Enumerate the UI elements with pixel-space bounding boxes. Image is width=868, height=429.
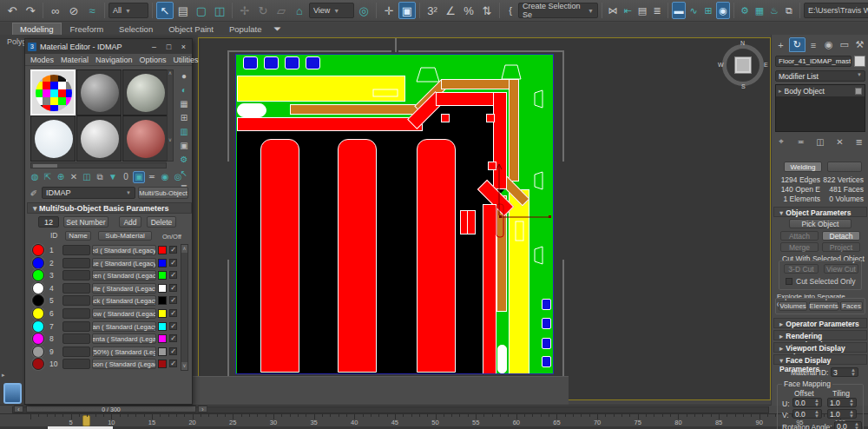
redo-icon[interactable]: ↷ bbox=[22, 2, 39, 19]
material-type-button[interactable]: Multi/Sub-Object bbox=[138, 187, 188, 199]
make-copy-icon[interactable]: ◫ bbox=[81, 171, 93, 183]
minimize-icon[interactable]: – bbox=[148, 43, 160, 51]
material-id-spinner[interactable]: 3▲▼ bbox=[831, 367, 858, 377]
sub-material-scrollbar[interactable]: ∧ ∨ bbox=[181, 244, 188, 371]
v-offset-spinner[interactable]: 0.0▲▼ bbox=[792, 409, 822, 419]
merge-button[interactable]: Merge bbox=[780, 242, 819, 252]
tab-motion-icon[interactable]: ◉ bbox=[821, 37, 836, 52]
sub-material-name-field[interactable] bbox=[62, 258, 90, 268]
sub-material-color-swatch[interactable] bbox=[158, 309, 167, 318]
material-color-dot[interactable] bbox=[32, 346, 44, 358]
material-color-dot[interactable] bbox=[32, 282, 44, 294]
floor-plan-geometry[interactable] bbox=[235, 54, 554, 374]
material-editor-icon[interactable]: ◉ bbox=[716, 2, 730, 19]
material-color-dot[interactable] bbox=[32, 257, 44, 269]
sub-material-button[interactable]: Gray (50%) ( Standard (Legacy) ) bbox=[92, 346, 156, 357]
material-color-dot[interactable] bbox=[32, 294, 44, 307]
make-preview-icon[interactable]: ▣ bbox=[178, 139, 191, 151]
menu-modes[interactable]: Modes bbox=[30, 56, 54, 65]
rollout-object-parameters[interactable]: ▾Object Parameters bbox=[773, 207, 867, 217]
rollout-face-display-parameters[interactable]: ▾Face Display Parameters bbox=[773, 354, 867, 365]
sub-material-color-swatch[interactable] bbox=[158, 284, 167, 293]
rollout-viewport-display-settings[interactable]: ▸Viewport Display Settings bbox=[773, 342, 867, 353]
sub-material-name-field[interactable] bbox=[62, 270, 90, 280]
object-name-field[interactable]: Floor_41_IDMAP_master bbox=[775, 56, 852, 67]
sub-material-button[interactable]: Magenta ( Standard (Legacy) ) bbox=[92, 333, 156, 344]
modifier-stack[interactable]: ▸ Body Object bbox=[775, 84, 865, 132]
sub-material-button[interactable]: Blue ( Standard (Legacy) ) bbox=[92, 258, 156, 268]
sub-material-color-swatch[interactable] bbox=[158, 334, 167, 343]
stack-toggle-icon[interactable] bbox=[855, 88, 862, 95]
viewport-top[interactable]: N W E S bbox=[198, 37, 771, 400]
menu-material[interactable]: Material bbox=[61, 56, 89, 65]
sub-material-button[interactable]: Black ( Standard (Legacy) ) bbox=[92, 295, 156, 306]
make-unique-stack-icon[interactable]: ◫ bbox=[814, 135, 826, 148]
edit-named-selection-sets-icon[interactable]: { bbox=[503, 2, 517, 19]
ribbon-tab-selection[interactable]: Selection bbox=[112, 23, 160, 35]
select-and-move-icon[interactable]: ✢ bbox=[236, 2, 253, 19]
project-button[interactable]: Project bbox=[822, 242, 860, 252]
sub-material-button[interactable]: Yellow ( Standard (Legacy) ) bbox=[92, 308, 156, 319]
scroll-up-icon[interactable]: ∧ bbox=[181, 245, 187, 253]
sample-uv-tiling-icon[interactable]: ⊞ bbox=[178, 111, 191, 123]
previous-frame-icon[interactable]: ‹ bbox=[14, 406, 23, 412]
sub-material-color-swatch[interactable] bbox=[158, 271, 167, 280]
stack-item-body-object[interactable]: ▸ Body Object bbox=[776, 85, 865, 96]
sample-slot-4[interactable] bbox=[30, 116, 76, 162]
ribbon-camera-icon[interactable]: ⏷ bbox=[270, 23, 284, 34]
make-unique-icon[interactable]: ⧉ bbox=[94, 171, 106, 183]
v-tiling-spinner[interactable]: 1.0▲▼ bbox=[827, 409, 857, 419]
rollout-rendering-approximation[interactable]: ▸Rendering Approximation bbox=[773, 330, 867, 340]
undo-icon[interactable]: ↶ bbox=[3, 2, 21, 19]
ribbon-tab-freeform[interactable]: Freeform bbox=[63, 23, 111, 35]
viewcube-west[interactable]: W bbox=[718, 62, 724, 68]
material-name-dropdown[interactable]: IDMAP▼ bbox=[42, 187, 135, 199]
align-icon[interactable]: ⇤ bbox=[621, 2, 635, 19]
rollout-operator-parameters[interactable]: ▸Operator Parameters bbox=[773, 318, 867, 328]
toggle-ribbon-icon[interactable]: ▬ bbox=[672, 2, 686, 19]
close-icon[interactable]: × bbox=[178, 43, 189, 51]
rotation-angle-spinner[interactable]: 0.0▲▼ bbox=[834, 421, 862, 429]
sub-material-color-swatch[interactable] bbox=[158, 322, 167, 331]
unlink-selection-icon[interactable]: ⊘ bbox=[65, 2, 82, 19]
background-icon[interactable]: ▦ bbox=[178, 97, 191, 109]
sub-material-name-field[interactable] bbox=[62, 308, 90, 319]
viewcube-north[interactable]: N bbox=[740, 40, 745, 46]
material-editor-window[interactable]: 3 Material Editor - IDMAP – □ × Modes Ma… bbox=[24, 38, 193, 405]
column-sub-material[interactable]: Sub-Material bbox=[98, 231, 152, 241]
viewcube-east[interactable]: E bbox=[764, 62, 768, 68]
welding-button[interactable]: Welding bbox=[784, 162, 822, 172]
viewcube[interactable]: N W E S bbox=[720, 42, 766, 89]
elements-button[interactable]: Elements bbox=[809, 301, 838, 311]
time-slider-thumb[interactable]: 0 / 300 bbox=[26, 406, 196, 412]
delete-button[interactable]: Delete bbox=[147, 216, 176, 228]
material-color-dot[interactable] bbox=[32, 358, 44, 370]
set-number-button[interactable]: Set Number bbox=[63, 216, 108, 228]
select-object-icon[interactable]: ↖ bbox=[156, 2, 174, 19]
reset-map-icon[interactable]: ✕ bbox=[68, 171, 80, 183]
select-and-place-icon[interactable]: ⌂ bbox=[291, 2, 308, 19]
angle-snap-icon[interactable]: ∠ bbox=[442, 2, 459, 19]
sub-material-color-swatch[interactable] bbox=[158, 360, 167, 368]
u-tiling-spinner[interactable]: 1.0▲▼ bbox=[827, 398, 857, 407]
render-iterative-icon[interactable]: ⧉ bbox=[782, 2, 796, 19]
sample-slot-2[interactable] bbox=[76, 69, 122, 116]
remove-modifier-icon[interactable]: ✕ bbox=[833, 135, 845, 148]
pick-object-button[interactable]: Pick Object bbox=[789, 219, 852, 228]
material-color-dot[interactable] bbox=[32, 244, 44, 256]
render-setup-icon[interactable]: ⚙ bbox=[738, 2, 752, 19]
rollout-multi-sub-object[interactable]: ▾ Multi/Sub-Object Basic Parameters bbox=[27, 202, 192, 214]
sub-material-name-field[interactable] bbox=[62, 295, 90, 306]
3d-cut-button[interactable]: 3-D Cut bbox=[784, 264, 819, 274]
pick-material-eyedropper-icon[interactable]: ✐ bbox=[29, 187, 39, 199]
expand-arrow-icon[interactable]: ▸ bbox=[2, 372, 5, 379]
bind-to-space-warp-icon[interactable]: ≈ bbox=[83, 2, 101, 19]
object-color-swatch[interactable] bbox=[854, 56, 865, 67]
faces-button[interactable]: Faces bbox=[840, 301, 863, 311]
pin-stack-icon[interactable]: ⌖ bbox=[775, 135, 787, 148]
tab-utilities-icon[interactable]: ⚒ bbox=[852, 37, 867, 52]
sub-material-color-swatch[interactable] bbox=[158, 246, 167, 254]
show-shaded-in-viewport-icon[interactable]: ▣ bbox=[133, 171, 145, 183]
backlight-icon[interactable]: ◐ bbox=[178, 83, 191, 96]
sub-material-color-swatch[interactable] bbox=[158, 347, 167, 356]
